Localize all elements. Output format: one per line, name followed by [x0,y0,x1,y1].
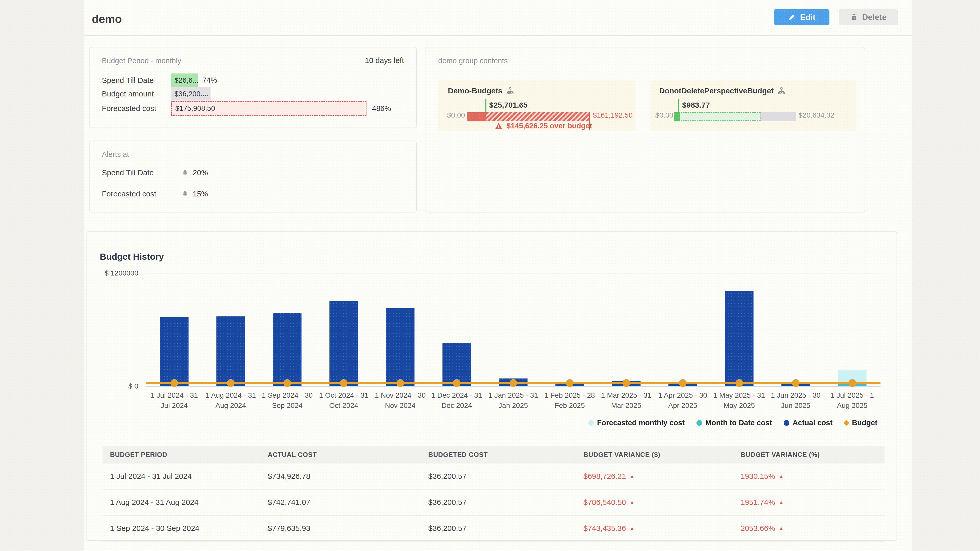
delete-button[interactable]: Delete [838,9,898,25]
alert-forecast-label: Forecasted cost [102,187,156,200]
spend-till-date-percent: 74% [202,73,217,87]
budget-tile-demo-budgets: Demo-Budgets $25,701.65 $0.00 $161,192.5… [438,80,635,130]
budget-tile-donotdelete: DonotDeletePerspectiveBudget $983.77 $0.… [649,80,856,130]
actual-cost-bar [160,317,189,386]
page-title: demo [92,0,122,36]
x-axis-label: 1 Sep 2024 - 30 Sep 2024 [259,390,315,411]
y-axis-max-label: $ 1200000 [100,269,138,277]
budget-amount-value-bar: $36,200.... [171,87,210,100]
actual-cost-bar [386,308,414,386]
circle-marker-icon [784,420,789,426]
over-budget-text: $145,626.25 over budget [507,122,592,130]
current-spend-value: $25,701.65 [489,101,528,110]
table-row: 1 Sep 2024 - 30 Sep 2024$779,635.93$36,2… [103,516,885,541]
actual-cost-bar [329,301,358,386]
table-row: 1 Jul 2024 - 31 Jul 2024$734,926.78$36,2… [103,464,885,489]
budget-tile-name: Demo-Budgets [448,86,502,95]
top-header: demo Edit Delete [84,0,912,36]
circle-marker-icon [588,420,594,426]
forecast-segment [674,112,760,121]
alert-forecast-value: 15% [192,187,208,200]
variance-value: 2053.66% [741,524,775,533]
bar-min-label: $0.00 [655,111,673,119]
cell-budget-variance-usd: $698,726.21▲ [576,472,733,481]
x-axis-label: 1 Oct 2024 - 31 Oct 2024 [315,390,372,411]
legend-label: Actual cost [793,419,832,427]
legend-item-budget[interactable]: Budget [844,419,877,427]
legend-item-month-to-date-cost[interactable]: Month to Date cost [697,419,772,427]
budget-period-card-title: Budget Period - monthly [102,57,181,65]
alert-spend-label: Spend Till Date [102,166,154,179]
legend-label: Forecasted monthly cost [597,419,685,427]
variance-up-icon: ▲ [779,473,784,479]
variance-value: 1930.15% [741,472,775,481]
alerts-card-title: Alerts at [102,150,129,159]
x-axis-label: 1 Nov 2024 - 30 Nov 2024 [372,390,428,411]
legend-item-forecasted-monthly-cost[interactable]: Forecasted monthly cost [588,419,685,427]
budget-point [679,380,687,387]
cell-budget-variance-pct: 1951.74%▲ [733,498,885,507]
cell-actual-cost: $742,741.07 [260,498,421,507]
legend-item-actual-cost[interactable]: Actual cost [784,419,832,427]
budget-point [227,380,234,387]
budget-point [566,380,573,387]
hierarchy-icon [506,86,514,95]
budget-point [622,380,630,387]
page: demo Edit Delete Budget Period - monthly… [0,0,980,551]
legend-label: Budget [852,419,877,427]
actual-cost-bar [216,316,245,386]
forecasted-cost-value-bar: $175,908.50 [171,101,366,116]
budget-history-chart [146,273,880,387]
x-axis-labels: 1 Jul 2024 - 31 Jul 20241 Aug 2024 - 31 … [146,390,880,411]
cell-budgeted-cost: $36,200.57 [421,524,576,533]
hierarchy-icon [777,86,786,95]
group-contents-card: demo group contents Demo-Budgets $25,701… [425,47,865,213]
budget-period-card: Budget Period - monthly 10 days left Spe… [89,47,417,128]
current-spend-value: $983.77 [682,101,710,110]
column-header: BUDGETED COST [421,451,576,459]
budget-point [340,380,348,387]
group-contents-title: demo group contents [438,57,508,65]
pencil-icon [788,13,796,21]
x-axis-label: 1 Jul 2024 - 31 Jul 2024 [146,390,202,411]
variance-value: $706,540.50 [584,498,626,507]
budget-history-table: BUDGET PERIODACTUAL COSTBUDGETED COSTBUD… [103,446,885,541]
x-axis-label: 1 May 2025 - 31 May 2025 [711,390,767,411]
variance-up-icon: ▲ [779,499,784,505]
y-axis-zero-label: $ 0 [100,382,138,390]
budget-tile-name: DonotDeletePerspectiveBudget [659,86,773,95]
cell-budget-period: 1 Sep 2024 - 30 Sep 2024 [103,524,260,533]
trash-icon [850,13,858,21]
edit-button[interactable]: Edit [774,9,829,25]
bell-icon [181,169,189,176]
circle-marker-icon [697,420,702,426]
forecasted-cost-percent: 486% [372,101,391,116]
x-axis-label: 1 Jul 2025 - 1 Aug 2025 [824,390,880,411]
cell-budgeted-cost: $36,200.57 [421,498,576,507]
actual-cost-bar [273,313,301,386]
x-axis-label: 1 Mar 2025 - 31 Mar 2025 [598,390,654,411]
budget-point [170,380,178,387]
budget-point [848,380,856,387]
warning-icon [495,122,503,130]
budget-point [509,380,517,387]
variance-up-icon: ▲ [630,526,635,531]
forecasted-cost-label: Forecasted cost [102,101,156,116]
edit-button-label: Edit [800,13,815,22]
alerts-card: Alerts at Spend Till Date 20% Forecasted… [89,141,417,213]
variance-value: 1951.74% [741,498,775,507]
table-header-row: BUDGET PERIODACTUAL COSTBUDGETED COSTBUD… [103,446,885,464]
budget-point [396,380,404,387]
alert-spend-value: 20% [192,166,208,179]
chart-legend: Forecasted monthly costMonth to Date cos… [588,419,877,427]
cell-actual-cost: $779,635.93 [260,524,421,533]
cell-budget-period: 1 Jul 2024 - 31 Jul 2024 [103,472,260,481]
spend-till-date-label: Spend Till Date [102,73,154,87]
variance-value: $743,435.36 [584,524,626,533]
x-axis-label: 1 Jun 2025 - 30 Jun 2025 [767,390,824,411]
variance-up-icon: ▲ [630,473,635,479]
cell-budget-variance-pct: 1930.15%▲ [733,472,885,481]
days-left-badge: 10 days left [365,56,404,65]
budget-point [283,380,291,387]
budget-point [735,380,743,387]
